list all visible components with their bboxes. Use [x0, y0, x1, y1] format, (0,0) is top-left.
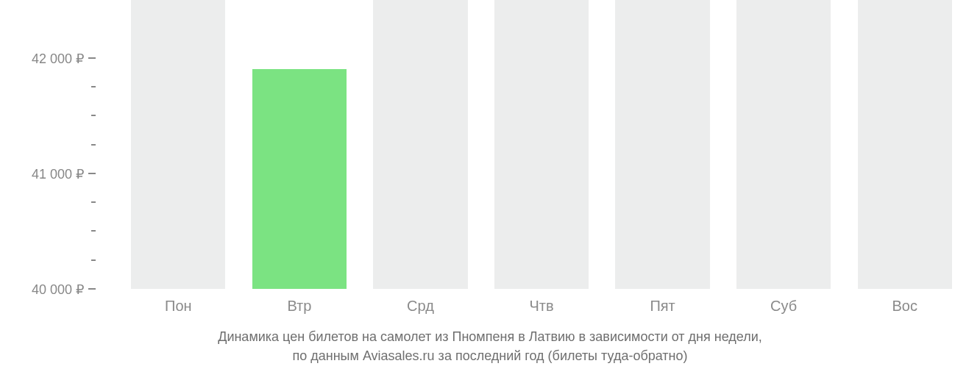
- tick-mark: [91, 230, 96, 232]
- bar-slot: [723, 0, 845, 289]
- tick-mark: [91, 144, 96, 146]
- y-tick-label: 40 000 ₽: [32, 282, 96, 298]
- bar-slot: [118, 0, 239, 289]
- caption-line-2: по данным Aviasales.ru за последний год …: [0, 346, 980, 365]
- bar: [131, 0, 225, 289]
- x-axis-label: Чтв: [481, 298, 603, 315]
- bar-slot: [602, 0, 723, 289]
- x-axis-label: Пят: [602, 298, 723, 315]
- x-axis-label: Срд: [360, 298, 481, 315]
- bars-container: [96, 0, 973, 289]
- x-axis-label: Втр: [239, 298, 361, 315]
- bar-slot: [481, 0, 603, 289]
- y-tick-label: 41 000 ₽: [32, 166, 96, 182]
- x-axis-labels: ПонВтрСрдЧтвПятСубВос: [118, 298, 965, 315]
- tick-mark: [91, 86, 96, 87]
- x-axis-label: Пон: [118, 298, 239, 315]
- bar: [494, 0, 589, 289]
- bar: [736, 0, 831, 289]
- tick-mark: [91, 115, 96, 116]
- bar-slot: [239, 0, 361, 289]
- tick-mark: [91, 259, 96, 261]
- bar: [373, 0, 467, 289]
- caption-line-1: Динамика цен билетов на самолет из Пномп…: [0, 327, 980, 346]
- bar-slot: [844, 0, 965, 289]
- bar: [858, 0, 952, 289]
- tick-mark: [91, 201, 96, 203]
- plot-area: 42 000 ₽41 000 ₽40 000 ₽: [96, 0, 973, 290]
- bar: [615, 0, 709, 289]
- x-axis-label: Вос: [844, 298, 965, 315]
- y-tick-label: 42 000 ₽: [32, 51, 96, 67]
- chart-caption: Динамика цен билетов на самолет из Пномп…: [0, 327, 980, 365]
- x-axis-label: Суб: [723, 298, 845, 315]
- bar-slot: [360, 0, 481, 289]
- bar-highlight: [252, 69, 347, 289]
- weekday-price-chart: 42 000 ₽41 000 ₽40 000 ₽ ПонВтрСрдЧтвПят…: [0, 0, 980, 369]
